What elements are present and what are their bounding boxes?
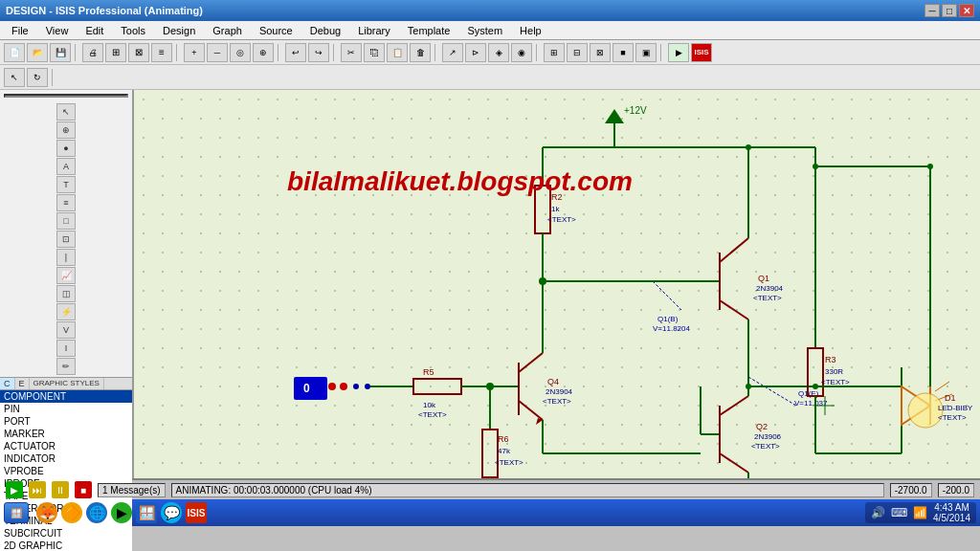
menu-edit[interactable]: Edit [78, 23, 111, 38]
status-bar: ▶ ⏭ ⏸ ■ 1 Message(s) ANIMATING: 00:00:03… [0, 478, 980, 499]
list-item-2dgraphic[interactable]: 2D GRAPHIC [0, 540, 132, 551]
menu-help[interactable]: Help [512, 23, 549, 38]
new-button[interactable]: 📄 [4, 43, 25, 62]
tb-btn3[interactable]: ⊠ [128, 43, 149, 62]
tb-btn7[interactable]: ◉ [511, 43, 532, 62]
tb-btn4[interactable]: ≡ [151, 43, 172, 62]
junction-tool[interactable]: ● [56, 140, 76, 157]
canvas-area[interactable]: bilalmalikuet.blogspot.com +12V 0 [134, 90, 980, 478]
maximize-button[interactable]: □ [942, 4, 957, 17]
wire-label-tool[interactable]: A [56, 158, 76, 175]
tb-btn11[interactable]: ■ [612, 43, 634, 62]
delete-button[interactable]: 🗑 [410, 43, 431, 62]
start-button[interactable]: 🪟 [4, 502, 29, 523]
graph-tool[interactable]: 📈 [56, 267, 76, 284]
rotate-tool[interactable]: ↻ [27, 68, 48, 87]
paste-button[interactable]: 📋 [387, 43, 408, 62]
tb-btn5[interactable]: ⊳ [465, 43, 486, 62]
component-tool[interactable]: ⊕ [56, 121, 76, 139]
menu-system[interactable]: System [459, 23, 510, 38]
svg-text:R6: R6 [498, 434, 509, 444]
taskbar-windows[interactable]: 🪟 [136, 502, 157, 523]
tab-c[interactable]: C [0, 378, 15, 389]
zoom-fit-button[interactable]: ◎ [230, 43, 251, 62]
tb-btn2[interactable]: ⊞ [105, 43, 126, 62]
stop-button[interactable]: ■ [75, 481, 92, 498]
zoom-in-button[interactable]: + [184, 43, 205, 62]
voltage-probe-tool[interactable]: V [56, 321, 76, 339]
minimize-button[interactable]: ─ [924, 4, 940, 17]
taskbar-firefox[interactable]: 🦊 [36, 502, 57, 523]
play-button[interactable]: ▶ [6, 481, 23, 498]
2d-graphics-tool[interactable]: ✏ [56, 358, 76, 375]
list-item-component[interactable]: COMPONENT [0, 390, 132, 403]
svg-text:R3: R3 [825, 355, 836, 364]
select-button[interactable]: ↗ [442, 43, 463, 62]
zoom-area-button[interactable]: ⊕ [253, 43, 274, 62]
svg-point-22 [353, 384, 359, 389]
current-probe-tool[interactable]: I [56, 340, 76, 357]
step-button[interactable]: ⏭ [29, 481, 46, 498]
taskbar-skype[interactable]: 💬 [161, 502, 182, 523]
arrow-tool[interactable]: ↖ [4, 68, 25, 87]
menu-graph[interactable]: Graph [205, 23, 250, 38]
svg-point-21 [340, 383, 347, 390]
menu-template[interactable]: Template [400, 23, 458, 38]
list-item-indicator[interactable]: INDICATOR [0, 452, 132, 465]
tab-graphic-styles[interactable]: GRAPHIC STYLES [30, 378, 104, 389]
tb-btn9[interactable]: ⊟ [567, 43, 588, 62]
taskbar-media[interactable]: ▶ [111, 502, 132, 523]
tb-btn8[interactable]: ⊞ [544, 43, 565, 62]
list-item-actuator[interactable]: ACTUATOR [0, 440, 132, 452]
tb-btn10[interactable]: ⊠ [590, 43, 611, 62]
taskbar-ie[interactable]: 🌐 [86, 502, 107, 523]
menu-tools[interactable]: Tools [113, 23, 153, 38]
taskbar-isis[interactable]: ISIS [186, 502, 207, 523]
svg-text:D1: D1 [945, 393, 956, 403]
undo-button[interactable]: ↩ [285, 43, 306, 62]
svg-point-115 [927, 164, 933, 169]
menu-source[interactable]: Source [252, 23, 301, 38]
taskbar: 🪟 🦊 🔶 🌐 ▶ 🪟 💬 ISIS 🔊 ⌨ 📶 4:43 AM 4/5/201… [0, 499, 980, 526]
taskbar-icons: 🦊 🔶 🌐 ▶ 🪟 💬 ISIS [36, 502, 207, 523]
close-button[interactable]: ✕ [959, 4, 974, 17]
print-button[interactable]: 🖨 [82, 43, 103, 62]
run-button[interactable]: ▶ [668, 43, 689, 62]
svg-text:<TEXT>: <TEXT> [753, 294, 782, 302]
menu-file[interactable]: File [4, 23, 36, 38]
tab-e[interactable]: E [15, 378, 30, 389]
menu-design[interactable]: Design [155, 23, 203, 38]
menu-library[interactable]: Library [350, 23, 398, 38]
tape-tool[interactable]: ◫ [56, 285, 76, 302]
tb-btn12[interactable]: ▣ [635, 43, 657, 62]
pin-tool[interactable]: | [56, 249, 76, 266]
toolbar-row-2: ↖ ↻ [0, 65, 980, 90]
tb-isis[interactable]: ISIS [691, 43, 712, 62]
menu-bar: File View Edit Tools Design Graph Source… [0, 21, 980, 40]
list-item-marker[interactable]: MARKER [0, 428, 132, 440]
generator-tool[interactable]: ⚡ [56, 303, 76, 320]
pause-button[interactable]: ⏸ [52, 481, 69, 498]
list-item-vprobe[interactable]: VPROBE [0, 465, 132, 477]
text-tool[interactable]: T [56, 176, 76, 193]
bus-tool[interactable]: ≡ [56, 194, 76, 211]
list-item-subcircuit[interactable]: SUBCIRCUIT [0, 527, 132, 540]
tray-icon-1: 🔊 [871, 506, 885, 519]
redo-button[interactable]: ↪ [308, 43, 329, 62]
taskbar-vlc[interactable]: 🔶 [61, 502, 82, 523]
cursor-tool[interactable]: ↖ [56, 103, 76, 121]
svg-text:<TEXT>: <TEXT> [821, 378, 850, 386]
menu-view[interactable]: View [38, 23, 77, 38]
save-button[interactable]: 💾 [50, 43, 71, 62]
svg-line-42 [519, 353, 543, 372]
zoom-out-button[interactable]: ─ [207, 43, 228, 62]
subcircuit-tool[interactable]: □ [56, 212, 76, 230]
tb-btn6[interactable]: ◈ [488, 43, 509, 62]
list-item-port[interactable]: PORT [0, 415, 132, 428]
cut-button[interactable]: ✂ [341, 43, 362, 62]
list-item-pin[interactable]: PIN [0, 403, 132, 415]
open-button[interactable]: 📂 [27, 43, 48, 62]
copy-button[interactable]: ⿻ [364, 43, 385, 62]
terminal-tool[interactable]: ⊡ [56, 231, 76, 248]
menu-debug[interactable]: Debug [302, 23, 348, 38]
